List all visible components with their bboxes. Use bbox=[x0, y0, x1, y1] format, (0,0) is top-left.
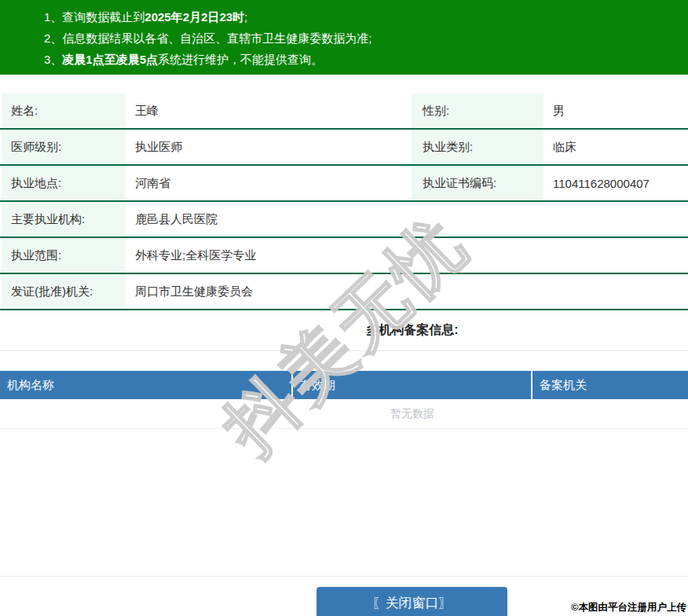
field-value-practice-scope: 外科专业;全科医学专业 bbox=[126, 238, 688, 273]
table-row: 执业范围: 外科专业;全科医学专业 bbox=[0, 238, 688, 274]
notice-line-2: 2、信息数据结果以各省、自治区、直辖市卫生健康委数据为准; bbox=[0, 28, 688, 49]
field-value-doctor-level: 执业医师 bbox=[126, 130, 412, 164]
field-value-certificate-number: 110411628000407 bbox=[543, 166, 688, 200]
field-label-practice-scope: 执业范围: bbox=[2, 238, 126, 273]
field-value-gender: 男 bbox=[543, 94, 688, 128]
close-window-button[interactable]: 〖关闭窗口〗 bbox=[317, 587, 507, 616]
field-value-practice-location: 河南省 bbox=[126, 166, 412, 200]
notice-number: 1、 bbox=[44, 10, 62, 24]
column-header-validity-period: 有效期 bbox=[293, 371, 532, 399]
table-row: 执业地点: 河南省 执业证书编码: 110411628000407 bbox=[0, 166, 688, 202]
empty-data-row: 暂无数据 bbox=[0, 399, 688, 429]
divider bbox=[0, 350, 688, 351]
field-label-doctor-level: 医师级别: bbox=[2, 130, 126, 164]
table-row: 医师级别: 执业医师 执业类别: 临床 bbox=[0, 130, 688, 166]
notice-text: 信息数据结果以各省、自治区、直辖市卫生健康委数据为准; bbox=[62, 31, 371, 45]
field-label-main-institution: 主要执业机构: bbox=[2, 202, 126, 236]
field-value-name: 王峰 bbox=[126, 94, 412, 128]
field-label-name: 姓名: bbox=[2, 94, 126, 128]
column-header-registration-authority: 备案机关 bbox=[532, 371, 688, 399]
column-header-institution-name: 机构名称 bbox=[0, 371, 293, 399]
profile-table: 姓名: 王峰 性别: 男 医师级别: 执业医师 执业类别: 临床 执业地点: 河… bbox=[0, 94, 688, 310]
notice-number: 2、 bbox=[44, 31, 62, 45]
field-value-main-institution: 鹿邑县人民医院 bbox=[126, 202, 688, 236]
notice-text: ; bbox=[244, 10, 247, 24]
field-label-issuing-authority: 发证(批准)机关: bbox=[2, 274, 126, 309]
notice-line-3: 3、凌晨1点至凌晨5点系统进行维护，不能提供查询。 bbox=[0, 49, 688, 70]
field-label-gender: 性别: bbox=[412, 94, 543, 128]
notice-number: 3、 bbox=[44, 53, 62, 66]
notice-text: 系统进行维护，不能提供查询。 bbox=[158, 53, 323, 66]
field-label-practice-location: 执业地点: bbox=[2, 166, 126, 200]
notice-text-bold: 凌晨1点至凌晨5点 bbox=[62, 53, 158, 66]
notice-text-bold: 2025年2月2日23时 bbox=[145, 10, 244, 24]
notice-text: 查询数据截止到 bbox=[62, 10, 145, 24]
notice-line-1: 1、查询数据截止到2025年2月2日23时; bbox=[0, 6, 688, 28]
field-value-issuing-authority: 周口市卫生健康委员会 bbox=[126, 274, 688, 309]
table-row: 姓名: 王峰 性别: 男 bbox=[0, 94, 688, 130]
divider bbox=[0, 576, 688, 577]
table-row: 发证(批准)机关: 周口市卫生健康委员会 bbox=[0, 274, 688, 310]
field-label-practice-category: 执业类别: bbox=[412, 130, 543, 164]
notice-banner: 1、查询数据截止到2025年2月2日23时; 2、信息数据结果以各省、自治区、直… bbox=[0, 0, 688, 75]
registration-table-header: 机构名称 有效期 备案机关 bbox=[0, 371, 688, 399]
field-value-practice-category: 临床 bbox=[543, 130, 688, 164]
table-row: 主要执业机构: 鹿邑县人民医院 bbox=[0, 202, 688, 238]
field-label-certificate-number: 执业证书编码: bbox=[412, 166, 543, 200]
section-title-multi-institution: 多机构备案信息: bbox=[0, 322, 688, 339]
copyright-watermark: ©本图由平台注册用户上传 bbox=[571, 601, 686, 614]
